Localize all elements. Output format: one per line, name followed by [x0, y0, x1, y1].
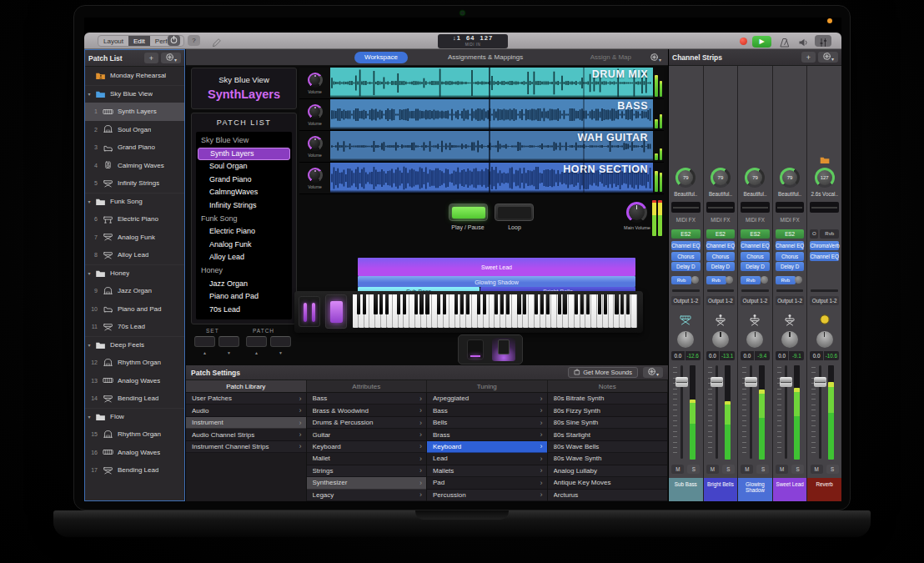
black-key[interactable] [466, 294, 470, 314]
track-volume-knob[interactable] [308, 104, 323, 119]
mute-button[interactable]: M [776, 465, 788, 474]
browser-row[interactable]: Pad› [427, 477, 547, 489]
mod-wheel[interactable] [312, 303, 315, 322]
black-key[interactable] [563, 294, 566, 314]
fader-cap[interactable] [814, 377, 826, 387]
sustain-pedal[interactable] [492, 338, 515, 361]
browser-row[interactable]: Bass› [427, 405, 547, 416]
plugin-slot[interactable]: Channel EQ [810, 252, 839, 261]
onscreen-patch-item[interactable]: Alloy Lead [196, 251, 292, 264]
browser-row[interactable]: Arcturus [548, 490, 668, 501]
mixer-panel-button[interactable] [815, 35, 831, 47]
browser-row[interactable]: Instrument› [186, 417, 306, 429]
strip-name-footer[interactable]: Sub Bass [669, 478, 703, 501]
settings-tab-notes[interactable]: Notes [548, 380, 669, 392]
help-button[interactable]: ? [188, 35, 200, 46]
patch-list-item[interactable]: 13Analog Waves [85, 372, 184, 390]
browser-row[interactable]: Instrument Channel Strips› [186, 441, 306, 453]
browser-row[interactable]: 80s Starlight [548, 429, 668, 440]
black-key[interactable] [626, 294, 630, 314]
onscreen-patch-item[interactable]: 70s Lead [196, 304, 292, 317]
output-button[interactable]: Output 1-2 [741, 296, 770, 305]
plugin-slot[interactable]: Channel EQ [706, 241, 736, 250]
plugin-slot[interactable]: Channel EQ [671, 241, 701, 250]
play-pause-button[interactable] [449, 204, 488, 221]
white-key[interactable] [591, 294, 597, 328]
black-key[interactable] [598, 294, 601, 314]
disclosure-icon[interactable]: ▾ [85, 91, 93, 97]
onscreen-patch-item[interactable]: Infinity Strings [196, 199, 292, 213]
white-key[interactable] [529, 294, 535, 328]
patch-list-item[interactable]: 17Bending Lead [85, 461, 184, 480]
empty-slot[interactable] [776, 202, 805, 213]
strip-level-knob[interactable]: 79 [745, 168, 765, 188]
black-key[interactable] [483, 294, 486, 314]
black-key[interactable] [477, 294, 480, 314]
instrument-slot[interactable]: ES2 [741, 229, 770, 239]
piano-keys[interactable] [353, 294, 637, 328]
metronome-icon[interactable] [780, 36, 791, 46]
patch-list-item[interactable]: 1Synth Layers [85, 103, 184, 121]
onscreen-patch-item[interactable]: Synth Layers [198, 148, 290, 161]
patch-up-button[interactable] [246, 336, 267, 347]
mute-button[interactable]: M [706, 465, 719, 474]
patch-list-item[interactable]: 12Rhythm Organ [85, 354, 184, 372]
black-key[interactable] [604, 294, 607, 314]
onscreen-patch-item[interactable]: Jazz Organ [196, 278, 292, 291]
set-up-button[interactable] [194, 336, 215, 347]
solo-button[interactable]: S [722, 465, 735, 474]
patch-list-action-menu[interactable]: ▾ [161, 53, 181, 63]
browser-row[interactable]: 80s Wave Synth [548, 453, 668, 465]
empty-slot[interactable] [706, 202, 736, 213]
strip-level-knob[interactable]: 127 [815, 168, 835, 188]
plugin-slot[interactable]: Chorus [741, 252, 770, 261]
browser-row[interactable]: Audio Channel Strips› [186, 429, 306, 440]
patch-list-item[interactable]: ▾Honey [85, 264, 184, 283]
mini-button-rvb[interactable]: Rvb [820, 229, 839, 239]
track-volume-knob[interactable] [308, 73, 323, 88]
layer-sweet-lead[interactable]: Sweet Lead [358, 258, 635, 276]
onscreen-patch-item[interactable]: Electric Piano [196, 225, 292, 239]
browser-row[interactable]: 80s Wave Bells [548, 441, 668, 453]
track-volume-knob[interactable] [308, 136, 323, 151]
black-key[interactable] [580, 294, 584, 314]
browser-row[interactable]: Keyboard› [307, 441, 427, 453]
pan-knob[interactable] [746, 331, 763, 348]
white-key[interactable] [569, 294, 575, 328]
mute-button[interactable]: M [741, 465, 753, 474]
mute-button[interactable]: M [671, 465, 684, 474]
browser-row[interactable]: Legacy› [307, 490, 427, 501]
tab-workspace[interactable]: Workspace [354, 52, 408, 63]
expression-pedal[interactable] [467, 339, 484, 359]
strip-name-footer[interactable]: Sweet Lead [773, 478, 807, 501]
white-key[interactable] [631, 294, 637, 328]
browser-row[interactable]: Keyboard› [427, 441, 547, 453]
mode-layout[interactable]: Layout [98, 36, 128, 46]
instrument-slot[interactable]: ES2 [776, 229, 805, 239]
black-key[interactable] [517, 294, 520, 314]
black-key[interactable] [535, 294, 538, 314]
pitch-mod-wheels[interactable] [299, 296, 320, 327]
plugin-slot[interactable]: Chorus [706, 252, 736, 261]
browser-row[interactable]: Bells› [427, 417, 547, 429]
fader-cap[interactable] [745, 377, 757, 387]
black-key[interactable] [540, 294, 544, 314]
plugin-slot[interactable]: Channel EQ [776, 241, 805, 250]
fader-cap[interactable] [711, 377, 723, 387]
plugin-slot[interactable]: ChromaVerb [810, 241, 839, 250]
mode-edit[interactable]: Edit [128, 36, 150, 46]
onscreen-patch-item[interactable]: CalmngWaves [196, 186, 292, 199]
send-slot[interactable]: Rvb [776, 276, 796, 284]
patch-list-item[interactable]: 3Grand Piano [85, 138, 184, 157]
pan-knob[interactable] [677, 331, 694, 348]
browser-row[interactable]: 80s Sine Synth [548, 417, 668, 429]
patch-list-item[interactable]: ▾Funk Song [85, 193, 184, 211]
white-key[interactable] [609, 294, 615, 328]
pan-knob[interactable] [712, 331, 729, 348]
main-volume-knob[interactable] [626, 202, 647, 223]
speaker-icon[interactable] [798, 36, 809, 46]
browser-row[interactable]: Synthesizer› [307, 477, 427, 489]
layer-glowing-shadow[interactable]: Glowing Shadow [358, 276, 635, 287]
patch-list-item[interactable]: 9Jazz Organ [85, 282, 184, 300]
black-key[interactable] [419, 294, 423, 314]
